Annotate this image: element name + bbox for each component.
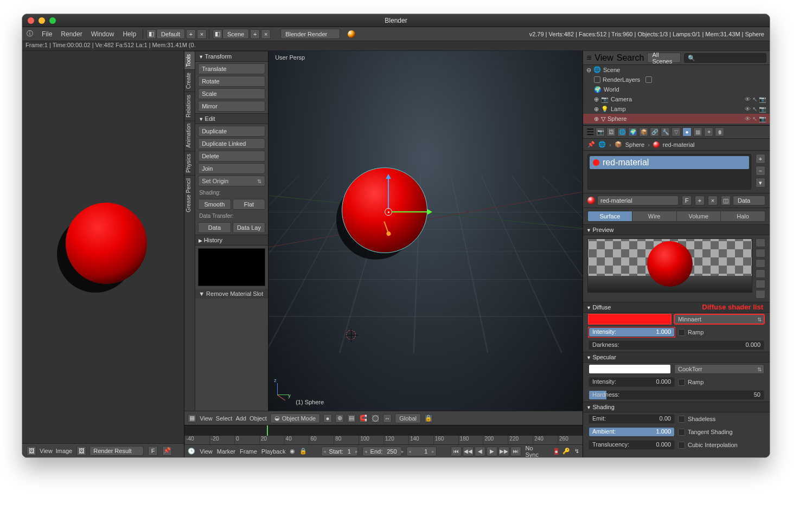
panel-shading[interactable]: Shading [583,402,770,412]
renderable-icon[interactable]: 📷 [759,115,766,122]
outliner-editor-type-icon[interactable]: ≡ [586,53,591,63]
3d-viewport[interactable]: User Persp z y (1) Sphere [268,51,583,411]
unlink-material-button[interactable]: × [708,196,718,205]
shadeless-checkbox[interactable] [678,416,685,423]
interaction-mode-dropdown[interactable]: ◒ Object Mode [270,413,320,423]
material-slot-item[interactable]: red-material [590,156,749,169]
tab-data-icon[interactable]: ▽ [672,127,681,137]
ambient-field[interactable]: Ambient: 1.000 [589,427,675,437]
scene-remove-button[interactable]: × [261,29,271,39]
panel-specular[interactable]: Specular [583,352,770,363]
type-surface[interactable]: Surface [588,211,632,221]
op-join[interactable]: Join [198,163,265,174]
diffuse-ramp-checkbox[interactable] [678,329,685,336]
sync-mode-dropdown[interactable]: No Sync [526,445,546,458]
specular-color-swatch[interactable] [589,364,671,374]
screen-add-button[interactable]: + [186,29,196,39]
material-preview-icon[interactable] [587,197,595,204]
viewport-shading-icon[interactable]: ● [323,414,332,423]
bc-material-name[interactable]: red-material [663,141,695,148]
tab-physics-icon[interactable]: ⬮ [715,127,724,137]
layers-icon[interactable]: ▤ [347,414,356,423]
outliner-tree[interactable]: ⊖🌐Scene RenderLayers 🌍World ⊕📷Camera👁↖📷 … [583,65,770,126]
tab-world-icon[interactable]: 🌍 [628,127,637,137]
menu-window[interactable]: Window [87,29,119,40]
tab-physics[interactable]: Physics [184,151,195,175]
properties-editor-type-icon[interactable]: ☰ [586,127,594,137]
scene-browse-icon[interactable]: ◧ [213,29,222,39]
pin-icon[interactable]: 📌 [587,141,595,148]
preview-type-hair-icon[interactable] [756,280,765,288]
play-icon[interactable]: ▶ [487,447,497,456]
jump-to-end-icon[interactable]: ⏭ [510,447,521,456]
panel-edit[interactable]: Edit [195,113,268,124]
image-menu-image[interactable]: Image [56,448,73,454]
material-name-field[interactable] [597,196,679,205]
play-reverse-icon[interactable]: ◀ [475,447,485,456]
outliner-scene[interactable]: Scene [603,67,620,73]
diffuse-intensity-field[interactable]: Intensity: 1.000 [589,327,675,337]
screen-layout-dropdown[interactable]: Default [156,29,185,39]
tl-menu-marker[interactable]: Marker [217,448,235,455]
new-material-button[interactable]: + [695,196,705,205]
auto-keyframe-icon[interactable]: ◉ [290,448,295,455]
type-halo[interactable]: Halo [720,211,765,221]
outliner-world[interactable]: World [604,86,619,93]
menu-help[interactable]: Help [118,29,140,40]
translucency-field[interactable]: Translucency: 0.000 [589,440,675,450]
fake-user-f[interactable]: F [682,196,692,205]
transform-orientation-dropdown[interactable]: Global [395,413,421,423]
visibility-icon[interactable]: 👁 [745,106,751,113]
tab-texture-icon[interactable]: ▦ [693,127,702,137]
end-frame-field[interactable]: ◂End:250▸ [362,447,402,456]
editor-type-icon[interactable]: ⓘ [22,28,37,40]
image-name-field[interactable] [89,446,144,456]
snap-icon[interactable]: 🧲 [359,414,368,423]
preview-type-monkey-icon[interactable] [756,269,765,278]
screen-browse-icon[interactable]: ◧ [146,29,156,39]
manipulator-toggle-icon[interactable]: ↔ [383,414,392,423]
manipulator-z-arrow[interactable] [388,176,389,208]
type-wire[interactable]: Wire [632,211,676,221]
tl-menu-playback[interactable]: Playback [261,448,286,455]
op-scale[interactable]: Scale [198,88,265,99]
image-menu-view[interactable]: View [40,448,53,454]
tab-constraints-icon[interactable]: 🔗 [650,127,659,137]
outliner-lamp[interactable]: Lamp [611,106,626,112]
tab-create[interactable]: Create [184,69,195,92]
jump-next-key-icon[interactable]: ▶▶ [498,447,509,456]
op-delete[interactable]: Delete [198,151,265,161]
proportional-edit-icon[interactable]: ◯ [371,414,380,423]
preview-type-sphere-icon[interactable] [756,249,765,257]
tab-render-icon[interactable]: 📷 [596,127,605,137]
outliner-menu-view[interactable]: View [594,53,613,63]
outliner-renderlayers[interactable]: RenderLayers [603,76,640,83]
op-translate[interactable]: Translate [198,63,265,74]
fake-user-button[interactable]: F [148,446,158,456]
tab-scene-icon[interactable]: 🌐 [617,127,626,137]
op-smooth[interactable]: Smooth [198,199,231,210]
op-data-layout[interactable]: Data Lay [233,222,266,233]
manipulator-y-arrow[interactable] [392,211,431,212]
op-rotate[interactable]: Rotate [198,76,265,87]
menu-file[interactable]: File [37,29,56,40]
start-frame-field[interactable]: ◂Start:1▸ [321,447,358,456]
image-editor-view[interactable] [22,51,184,443]
material-link-dropdown[interactable]: Data [733,196,765,205]
menu-render[interactable]: Render [56,29,86,40]
preview-type-world-icon[interactable] [756,290,765,299]
diffuse-color-swatch[interactable] [589,314,671,324]
tab-object-icon[interactable]: 📦 [639,127,648,137]
image-browse-icon[interactable]: 🖼 [76,446,86,456]
scene-add-button[interactable]: + [250,29,260,39]
view3d-editor-type-icon[interactable]: ▦ [188,414,196,423]
zoom-window-icon[interactable] [49,17,56,24]
minimize-window-icon[interactable] [39,17,45,24]
diffuse-shader-dropdown[interactable]: Minnaert [674,314,764,324]
tab-modifiers-icon[interactable]: 🔧 [661,127,670,137]
specular-hardness-field[interactable]: Hardness: 50 [589,390,764,400]
op-data[interactable]: Data [198,222,231,233]
remove-material-slot-button[interactable]: − [756,166,765,176]
current-frame-field[interactable]: ◂1▸ [406,447,437,456]
selectable-icon[interactable]: ↖ [752,106,757,113]
